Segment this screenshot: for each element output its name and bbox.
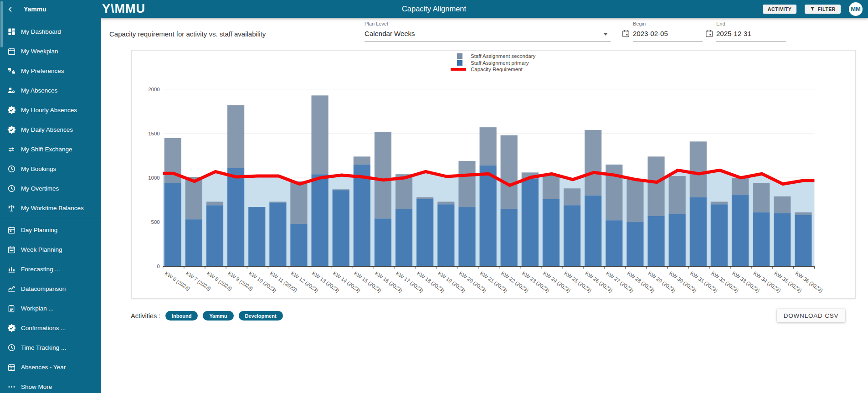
bar-primary-8[interactable] [333,190,349,266]
bar-primary-17[interactable] [522,179,539,266]
sidebar-item-week-planning[interactable]: Week Planning [0,240,101,259]
swap-arrows-icon [6,145,17,154]
sidebar-item-my-hourly-absences[interactable]: My Hourly Absences [0,100,101,120]
download-csv-button[interactable]: DOWNLOAD CSV [777,309,845,322]
sidebar-item-workplan[interactable]: Workplan ... [0,299,101,318]
bar-primary-10[interactable] [375,218,391,266]
sidebar-item-my-daily-absences[interactable]: My Daily Absences [0,120,101,140]
plan-level-select[interactable]: Plan Level Calendar Weeks [365,20,611,41]
bar-primary-12[interactable] [416,199,433,267]
sidebar-item-my-preferences[interactable]: My Preferences [0,61,101,81]
bar-secondary-12[interactable] [416,197,433,199]
sidebar: Yammu My DashboardMy WeekplanMy Preferen… [0,0,101,393]
bar-primary-16[interactable] [501,209,518,266]
collapse-sidebar-button[interactable] [7,5,14,13]
bar-primary-30[interactable] [795,215,812,267]
bar-primary-9[interactable] [354,165,370,266]
sidebar-scrollbar[interactable] [0,0,3,393]
sidebar-item-time-tracking[interactable]: Time Tracking ... [0,338,101,357]
bar-secondary-13[interactable] [437,202,454,204]
bar-primary-13[interactable] [437,204,454,266]
sidebar-item-my-bookings[interactable]: My Bookings [0,159,101,179]
bar-secondary-8[interactable] [333,189,349,190]
sidebar-item-my-overtimes[interactable]: My Overtimes [0,179,101,198]
bar-primary-3[interactable] [227,168,244,267]
activity-button[interactable]: ACTIVITY [763,5,797,14]
activity-chip-inbound[interactable]: Inbound [165,311,198,321]
bar-secondary-2[interactable] [206,202,223,205]
bar-secondary-25[interactable] [690,141,707,197]
top-header: Y\MMU Capacity Alignment ACTIVITY FILTER… [0,0,868,18]
bar-primary-25[interactable] [690,197,707,267]
sidebar-item-my-weekplan[interactable]: My Weekplan [0,41,101,61]
bar-secondary-19[interactable] [564,188,580,205]
bar-secondary-27[interactable] [732,178,749,195]
bar-secondary-24[interactable] [669,176,686,214]
bar-primary-29[interactable] [774,213,791,267]
bar-primary-4[interactable] [248,207,265,266]
bar-secondary-6[interactable] [290,181,307,224]
bar-secondary-28[interactable] [753,183,770,212]
bar-secondary-5[interactable] [269,202,286,202]
bar-secondary-3[interactable] [227,105,244,168]
sidebar-item-day-planning[interactable]: Day Planning [0,220,101,240]
bar-secondary-7[interactable] [311,95,328,174]
bar-secondary-1[interactable] [185,177,202,219]
sidebar-scrollbar-thumb[interactable] [0,1,3,47]
end-date-field[interactable]: End 2025-12-31 [705,20,786,41]
bar-primary-2[interactable] [206,205,223,266]
bar-secondary-18[interactable] [543,174,560,199]
bar-secondary-14[interactable] [458,161,475,207]
sidebar-item-label: My Hourly Absences [21,107,77,114]
bar-primary-1[interactable] [185,219,202,266]
bar-primary-15[interactable] [480,165,497,266]
end-date-label: End [716,21,786,26]
bar-primary-28[interactable] [753,212,770,266]
user-avatar[interactable]: MM [849,2,863,16]
bar-secondary-15[interactable] [480,127,497,165]
calendar-week-icon [6,245,17,254]
bar-primary-19[interactable] [564,205,580,266]
sidebar-item-forecasting[interactable]: Forecasting ... [0,259,101,279]
sidebar-item-my-worktime-balances[interactable]: My Worktime Balances [0,198,101,218]
sidebar-item-my-shift-exchange[interactable]: My Shift Exchange [0,140,101,159]
bar-secondary-16[interactable] [501,135,518,209]
bar-secondary-9[interactable] [354,156,370,165]
bar-primary-5[interactable] [269,202,286,266]
bar-secondary-22[interactable] [627,179,643,222]
bar-secondary-30[interactable] [795,212,812,215]
bar-secondary-20[interactable] [585,130,601,196]
bar-primary-20[interactable] [585,196,601,266]
filter-button[interactable]: FILTER [805,5,841,14]
sidebar-item-show-more[interactable]: Show More [0,377,101,393]
bar-secondary-29[interactable] [774,196,791,213]
page-title: Capacity Alignment [0,0,868,18]
bar-primary-14[interactable] [458,207,475,266]
sidebar-item-my-absences[interactable]: My Absences [0,81,101,100]
bar-secondary-10[interactable] [375,132,391,218]
bar-primary-27[interactable] [732,195,749,266]
sidebar-item-label: Week Planning [21,246,62,253]
bar-primary-23[interactable] [647,216,664,267]
bar-primary-21[interactable] [606,220,622,266]
sidebar-item-confirmations[interactable]: Confirmations ... [0,318,101,338]
bar-primary-6[interactable] [290,224,307,266]
bar-primary-11[interactable] [395,209,412,266]
bar-primary-24[interactable] [669,214,686,267]
bar-primary-18[interactable] [543,199,560,267]
bar-primary-22[interactable] [627,222,643,266]
sidebar-item-label: My Shift Exchange [21,146,72,153]
activity-chip-yammu[interactable]: Yammu [203,311,233,321]
bar-secondary-26[interactable] [711,202,728,204]
activity-chip-development[interactable]: Development [239,311,283,321]
sidebar-item-my-dashboard[interactable]: My Dashboard [0,22,101,41]
bar-primary-0[interactable] [164,183,181,267]
sidebar-item-datacomparison[interactable]: Datacomparison [0,279,101,299]
bar-secondary-23[interactable] [647,156,664,216]
bar-primary-7[interactable] [311,174,328,266]
sidebar-header: Yammu [0,0,101,18]
sidebar-item-absences-year[interactable]: Absences - Year [0,357,101,377]
begin-date-field[interactable]: Begin 2023-02-05 [621,20,703,41]
sidebar-item-label: My Bookings [21,165,56,172]
bar-primary-26[interactable] [711,204,728,266]
